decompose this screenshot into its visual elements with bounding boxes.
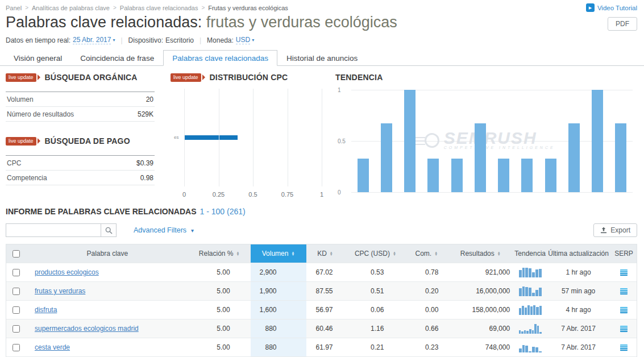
search-button[interactable] — [101, 223, 117, 237]
volume-cell: 1,600 — [251, 301, 306, 319]
chevron-down-icon: ▾ — [252, 38, 254, 43]
column-header-serp: SERP — [611, 244, 637, 263]
live-update-badge: live update — [171, 73, 205, 82]
keyword-search-input[interactable] — [6, 223, 101, 237]
trend-bars — [351, 90, 633, 192]
column-header-label: Volumen — [262, 250, 289, 258]
trend-bar — [358, 159, 369, 192]
row-checkbox[interactable] — [13, 288, 20, 295]
metric-value: 20 — [146, 96, 153, 103]
column-header-trend: Tendencia — [514, 244, 546, 263]
serp-icon[interactable] — [620, 269, 628, 276]
row-checkbox-cell — [6, 282, 27, 300]
serp-icon[interactable] — [620, 344, 628, 351]
row-checkbox[interactable] — [13, 306, 20, 314]
updated-cell: 4 hr ago — [546, 301, 611, 319]
trend-bar — [615, 123, 626, 192]
paid-search-title: BÚSQUEDA DE PAGO — [45, 136, 130, 146]
date-selector[interactable]: 25 Abr. 2017 — [73, 36, 111, 44]
keyword-cell: productos ecologicos — [27, 263, 188, 281]
table-body: productos ecologicos5.002,90067.020.530.… — [6, 263, 637, 356]
cpc-gridline — [184, 89, 185, 186]
trend-cell — [514, 282, 546, 300]
row-checkbox[interactable] — [13, 325, 20, 333]
column-header-volume[interactable]: Volumen▲▼ — [251, 244, 306, 263]
trend-sparkline — [519, 343, 542, 352]
serp-cell — [611, 282, 637, 300]
column-header-cpc[interactable]: CPC (USD)▲▼ — [344, 244, 406, 263]
badge-arrow-icon — [38, 138, 40, 144]
trend-sparkline — [519, 324, 542, 334]
cpc-distribution-panel: live update DISTRIBUCIÓN CPC es 00.250.5… — [171, 73, 325, 205]
organic-search-title: BÚSQUEDA ORGÁNICA — [45, 73, 138, 82]
export-button[interactable]: Export — [593, 223, 637, 237]
keyword-link[interactable]: frutas y verduras — [35, 287, 85, 295]
breadcrumb-item[interactable]: Palabras clave relacionadas — [120, 5, 198, 11]
serp-cell — [611, 301, 637, 319]
video-tutorial-link[interactable]: ▶ Video Tutorial — [586, 3, 637, 12]
metric-label: Número de resultados — [7, 110, 74, 118]
breadcrumb-item[interactable]: Analíticas de palabras clave — [32, 5, 110, 11]
relation-cell: 5.00 — [188, 319, 251, 338]
com-cell: 0.23 — [406, 338, 446, 356]
cpc-cell: 0.06 — [344, 301, 407, 319]
serp-cell — [611, 338, 637, 356]
cpc-gridline — [322, 89, 322, 186]
metric-row: Volumen20 — [6, 92, 155, 107]
kd-cell: 67.02 — [306, 263, 344, 281]
updated-cell: 7 Abr. 2017 — [546, 338, 611, 356]
volume-cell: 1,900 — [251, 282, 306, 300]
select-all-checkbox[interactable] — [13, 250, 20, 258]
top-bar: Panel>Analíticas de palabras clave>Palab… — [0, 0, 644, 12]
currency-selector[interactable]: USD — [236, 36, 250, 44]
column-header-relation[interactable]: Relación %▲▼ — [188, 244, 251, 263]
keyword-link[interactable]: disfruta — [35, 306, 57, 314]
breadcrumb-item[interactable]: Panel — [6, 5, 22, 11]
pdf-button[interactable]: PDF — [608, 17, 637, 31]
device-value: Escritorio — [165, 36, 194, 44]
cpc-distribution-chart: es — [184, 89, 322, 186]
results-cell: 69,000 — [446, 319, 514, 338]
tab-coincidencia-de-frase[interactable]: Coincidencia de frase — [71, 50, 163, 66]
com-cell: 0.66 — [406, 319, 446, 338]
keyword-link[interactable]: cesta verde — [35, 343, 70, 351]
trend-bar — [521, 159, 533, 192]
tab-historial-de-anuncios[interactable]: Historial de anuncios — [277, 50, 367, 66]
page-title-keyword: frutas y verduras ecológicas — [206, 14, 397, 31]
updated-cell: 1 hr ago — [546, 263, 611, 281]
column-header-label: SERP — [614, 250, 633, 258]
breadcrumb: Panel>Analíticas de palabras clave>Palab… — [6, 5, 288, 11]
metric-label: Competencia — [7, 174, 47, 182]
metric-label: Volumen — [7, 96, 34, 103]
trend-cell — [514, 319, 546, 338]
volume-cell: 880 — [251, 338, 306, 356]
metric-value: $0.39 — [136, 159, 153, 167]
keyword-link[interactable]: supermercados ecologicos madrid — [35, 325, 139, 333]
serp-icon[interactable] — [620, 325, 628, 333]
serp-icon[interactable] — [620, 306, 628, 314]
chevron-down-icon: ▾ — [191, 227, 194, 234]
keyword-link[interactable]: productos ecologicos — [35, 268, 99, 276]
serp-icon[interactable] — [620, 288, 628, 295]
tab-visión-general[interactable]: Visión general — [5, 50, 71, 66]
column-header-label: Tendencia — [514, 250, 546, 258]
advanced-filters-toggle[interactable]: Advanced Filters ▾ — [134, 226, 194, 234]
cpc-x-tick-label: 0 — [182, 191, 186, 198]
row-checkbox[interactable] — [13, 344, 20, 351]
trend-bar — [451, 159, 463, 192]
keyword-cell: disfruta — [27, 301, 188, 319]
row-checkbox[interactable] — [13, 269, 20, 276]
volume-cell: 2,900 — [251, 263, 306, 281]
metric-row: Competencia0.98 — [6, 171, 155, 185]
sort-icon: ▲▼ — [497, 251, 501, 256]
metric-row: CPC$0.39 — [6, 156, 155, 171]
column-header-com[interactable]: Com.▲▼ — [406, 244, 446, 263]
column-header-results[interactable]: Resultados▲▼ — [446, 244, 514, 263]
tab-palabras-clave-relacionadas[interactable]: Palabras clave relacionadas — [163, 50, 277, 66]
column-header-kd[interactable]: KD▲▼ — [306, 244, 344, 263]
search-icon — [105, 227, 113, 234]
column-header-label: CPC (USD) — [355, 250, 390, 258]
live-update-badge: live update — [6, 73, 40, 82]
trend-bar — [475, 123, 486, 192]
kd-cell: 60.46 — [306, 319, 344, 338]
